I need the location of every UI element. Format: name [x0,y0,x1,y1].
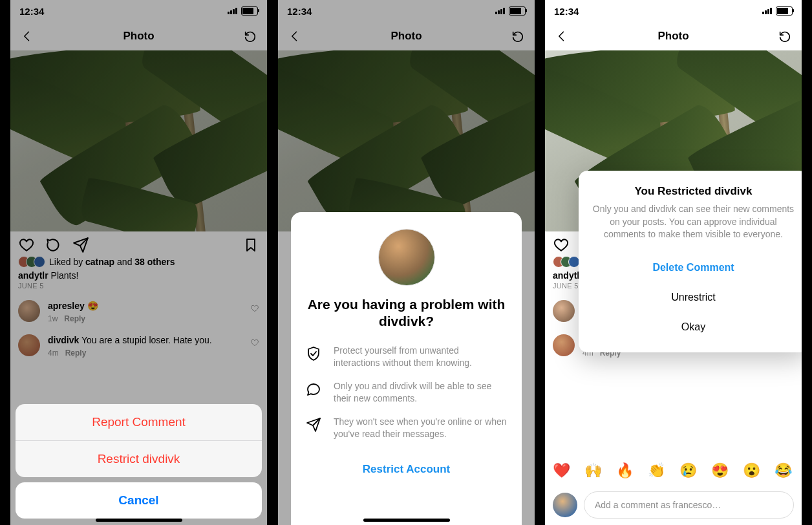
chevron-left-icon [555,30,568,43]
phone-screen-1: 12:34 Photo [10,0,267,525]
heart-icon [553,237,570,253]
delete-comment-button[interactable]: Delete Comment [590,253,796,283]
feature-row: They won't see when you're online or whe… [305,416,508,441]
emoji-quick-bar: ❤️ 🙌 🔥 👏 😢 😍 😮 😂 [545,458,802,484]
emoji-option[interactable]: 🔥 [616,462,634,479]
emoji-option[interactable]: 🙌 [584,462,602,479]
confirm-title: You Restricted divdivk [590,185,796,198]
refresh-button[interactable] [775,26,795,47]
feature-text: Protect yourself from unwanted interacti… [334,345,508,370]
back-button[interactable] [551,26,572,47]
battery-icon [776,6,793,16]
nav-title: Photo [572,30,775,43]
status-icons [762,6,793,16]
like-button[interactable] [553,237,570,253]
comment-composer: Add a comment as francesco… [545,491,802,519]
restrict-info-modal: Are you having a problem with divdivk? P… [291,212,522,525]
liker-avatars [553,256,580,268]
okay-button[interactable]: Okay [590,312,796,342]
status-bar: 12:34 [545,0,802,22]
emoji-option[interactable]: 👏 [648,462,665,479]
signal-icon [762,8,772,14]
home-indicator[interactable] [96,519,182,522]
user-avatar [378,229,435,286]
emoji-option[interactable]: 😂 [775,462,792,479]
restricted-confirm-modal: You Restricted divdivk Only you and divd… [579,171,802,352]
feature-row: Protect yourself from unwanted interacti… [305,345,508,370]
phone-screen-3: 12:34 Photo [545,0,802,525]
comment-input[interactable]: Add a comment as francesco… [584,491,794,519]
modal-title: Are you having a problem with divdivk? [305,296,508,330]
nav-bar: Photo [545,22,802,50]
undo-icon [778,29,792,43]
avatar[interactable] [553,334,575,356]
emoji-option[interactable]: 😮 [743,462,760,479]
action-sheet: Report Comment Restrict divdivk Cancel [16,404,262,519]
comment-icon [305,381,322,397]
restrict-account-button[interactable]: Restrict Account [363,463,450,476]
feature-text: Only you and divdivk will be able to see… [334,380,508,405]
emoji-option[interactable]: 😢 [679,462,697,479]
feature-row: Only you and divdivk will be able to see… [305,380,508,405]
status-time: 12:34 [554,6,579,17]
report-comment-button[interactable]: Report Comment [16,404,262,440]
shield-icon [305,346,322,361]
cancel-button[interactable]: Cancel [16,482,262,519]
confirm-body: Only you and divdivk can see their new c… [590,203,796,241]
emoji-option[interactable]: 😍 [711,462,729,479]
phone-screen-2: 12:34 Photo Are you having a problem wit… [278,0,535,525]
my-avatar[interactable] [553,493,577,517]
unrestrict-button[interactable]: Unrestrict [590,283,796,312]
home-indicator[interactable] [363,519,450,522]
send-icon [305,417,322,433]
avatar[interactable] [553,300,575,322]
feature-text: They won't see when you're online or whe… [334,416,508,441]
restrict-user-button[interactable]: Restrict divdivk [16,440,262,477]
emoji-option[interactable]: ❤️ [553,462,570,479]
